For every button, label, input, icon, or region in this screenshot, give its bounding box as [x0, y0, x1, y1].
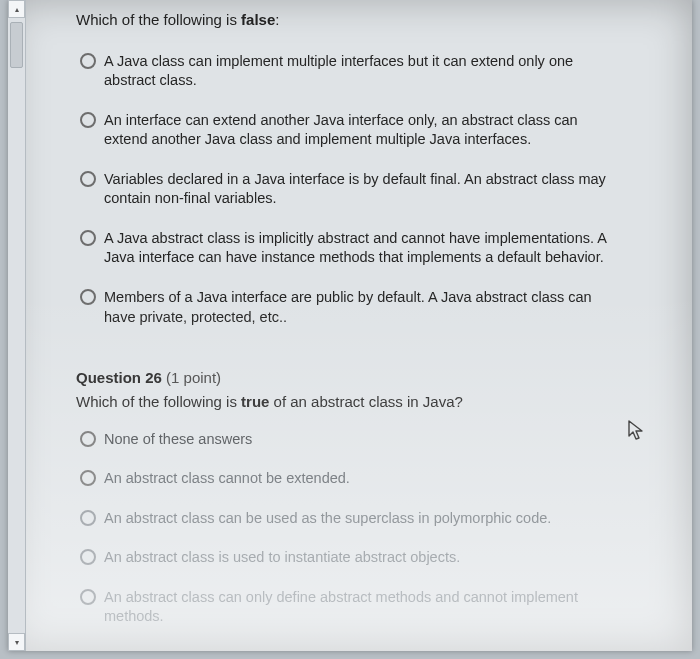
- q2-option-c[interactable]: An abstract class can be used as the sup…: [80, 509, 652, 529]
- q2-option-c-text: An abstract class can be used as the sup…: [104, 509, 551, 529]
- radio-icon: [80, 510, 96, 526]
- q1-prompt-suffix: :: [275, 11, 279, 28]
- q2-options: None of these answers An abstract class …: [80, 430, 652, 627]
- quiz-page: Which of the following is false: A Java …: [26, 0, 692, 651]
- q2-option-e-text: An abstract class can only define abstra…: [104, 588, 624, 627]
- q1-option-a-text: A Java class can implement multiple inte…: [104, 52, 624, 91]
- scroll-track[interactable]: [8, 18, 25, 633]
- radio-icon: [80, 230, 96, 246]
- q1-option-c[interactable]: Variables declared in a Java interface i…: [80, 170, 652, 209]
- scroll-up-button[interactable]: ▴: [8, 0, 25, 18]
- scroll-down-button[interactable]: ▾: [8, 633, 25, 651]
- radio-icon: [80, 549, 96, 565]
- q2-points: (1 point): [166, 369, 221, 386]
- q2-option-e[interactable]: An abstract class can only define abstra…: [80, 588, 652, 627]
- q2-prompt: Which of the following is true of an abs…: [76, 392, 652, 412]
- q2-option-b-text: An abstract class cannot be extended.: [104, 469, 350, 489]
- vertical-scrollbar[interactable]: ▴ ▾: [8, 0, 26, 651]
- q1-option-e[interactable]: Members of a Java interface are public b…: [80, 288, 652, 327]
- q2-option-b[interactable]: An abstract class cannot be extended.: [80, 469, 652, 489]
- q1-option-d-text: A Java abstract class is implicitly abst…: [104, 229, 624, 268]
- q1-option-b[interactable]: An interface can extend another Java int…: [80, 111, 652, 150]
- q2-option-d[interactable]: An abstract class is used to instantiate…: [80, 548, 652, 568]
- q2-prompt-suffix: of an abstract class in Java?: [269, 393, 462, 410]
- radio-icon: [80, 289, 96, 305]
- q1-option-e-text: Members of a Java interface are public b…: [104, 288, 624, 327]
- radio-icon: [80, 53, 96, 69]
- q2-header-label: Question 26: [76, 369, 162, 386]
- radio-icon: [80, 470, 96, 486]
- q2-prompt-prefix: Which of the following is: [76, 393, 241, 410]
- radio-icon: [80, 171, 96, 187]
- radio-icon: [80, 589, 96, 605]
- q2-option-a-text: None of these answers: [104, 430, 252, 450]
- q1-prompt-prefix: Which of the following is: [76, 11, 241, 28]
- radio-icon: [80, 112, 96, 128]
- q1-option-a[interactable]: A Java class can implement multiple inte…: [80, 52, 652, 91]
- q1-option-b-text: An interface can extend another Java int…: [104, 111, 624, 150]
- q1-option-d[interactable]: A Java abstract class is implicitly abst…: [80, 229, 652, 268]
- scroll-thumb[interactable]: [10, 22, 23, 68]
- q1-option-c-text: Variables declared in a Java interface i…: [104, 170, 624, 209]
- radio-icon: [80, 431, 96, 447]
- question-divider: [76, 347, 652, 355]
- q2-option-d-text: An abstract class is used to instantiate…: [104, 548, 460, 568]
- q2-option-a[interactable]: None of these answers: [80, 430, 652, 450]
- quiz-viewport: ▴ ▾ Which of the following is false: A J…: [8, 0, 692, 651]
- q2-prompt-bold: true: [241, 393, 269, 410]
- q2-header: Question 26 (1 point): [76, 369, 652, 386]
- q1-prompt: Which of the following is false:: [76, 10, 652, 30]
- q1-options: A Java class can implement multiple inte…: [80, 52, 652, 328]
- q1-prompt-bold: false: [241, 11, 275, 28]
